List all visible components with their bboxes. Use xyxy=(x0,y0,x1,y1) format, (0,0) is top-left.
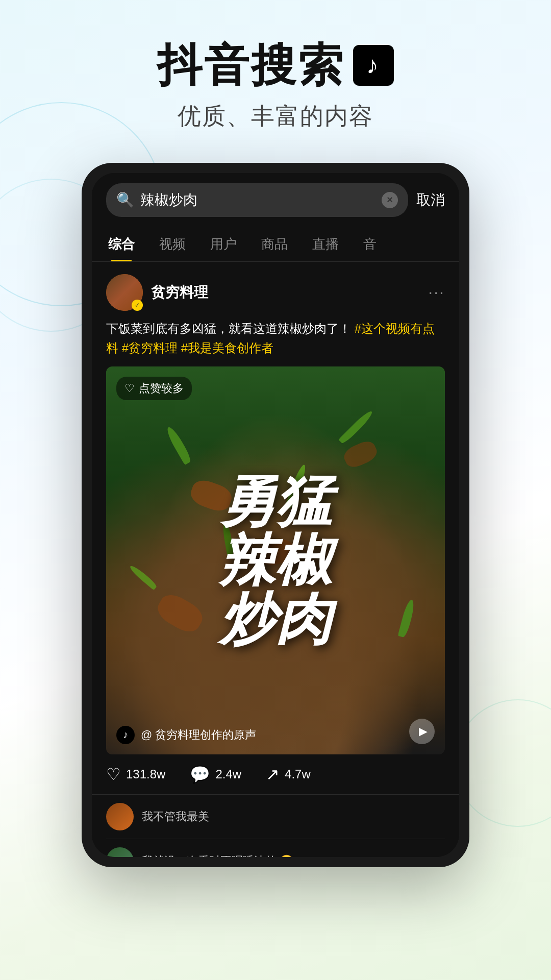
likes-badge: ♡ 点赞较多 xyxy=(116,377,192,400)
tab-用户[interactable]: 用户 xyxy=(208,227,239,261)
music-icon: ♪ xyxy=(123,729,128,741)
comment-content-2: 我就没一次看时不咽唾沫的 😋 xyxy=(142,852,415,857)
comments-stat[interactable]: 💬 2.4w xyxy=(190,765,241,784)
tab-音[interactable]: 音 xyxy=(361,227,379,261)
tiktok-logo: ♪ xyxy=(353,45,394,86)
likes-stat[interactable]: ♡ 131.8w xyxy=(106,765,165,784)
share-icon: ↗ xyxy=(266,765,280,784)
play-icon: ▶ xyxy=(419,725,428,738)
username[interactable]: 贫穷料理 xyxy=(151,283,208,302)
header-section: 抖音搜索 ♪ 优质、丰富的内容 xyxy=(157,41,394,132)
heart-small-icon: ♡ xyxy=(124,382,135,395)
comment-avatar-2 xyxy=(106,847,134,857)
comment-text-2: 我就没一次看时不咽唾沫的 😋 xyxy=(142,854,293,857)
likes-count: 131.8w xyxy=(126,767,165,781)
verified-badge: ✓ xyxy=(132,300,143,311)
more-options-button[interactable]: ··· xyxy=(428,283,445,302)
comment-avatar-1 xyxy=(106,803,134,830)
comment-item-2: 我就没一次看时不咽唾沫的 😋 1.2w xyxy=(106,839,445,857)
tiktok-note-icon: ♪ xyxy=(366,52,381,79)
comment-text-1: 我不管我最美 xyxy=(142,810,209,823)
cancel-search-button[interactable]: 取消 xyxy=(416,190,445,210)
avatar-wrapper: ✓ xyxy=(106,274,143,311)
comment-icon: 💬 xyxy=(190,765,210,784)
phone-mockup: 🔍 辣椒炒肉 × 取消 综合 视频 用户 商品 xyxy=(82,163,469,867)
engagement-bar: ♡ 131.8w 💬 2.4w ↗ 4.7w xyxy=(92,754,459,794)
search-input-wrapper[interactable]: 🔍 辣椒炒肉 × xyxy=(106,183,408,217)
phone-screen: 🔍 辣椒炒肉 × 取消 综合 视频 用户 商品 xyxy=(92,173,459,857)
user-info: ✓ 贫穷料理 ··· xyxy=(106,274,445,311)
clear-search-button[interactable]: × xyxy=(382,192,398,208)
audio-bar: ♪ @ 贫穷料理创作的原声 xyxy=(116,726,414,744)
search-query-text: 辣椒炒肉 xyxy=(140,190,375,210)
comment-stat-2: 1.2w xyxy=(423,855,445,857)
search-bar-container: 🔍 辣椒炒肉 × 取消 xyxy=(92,173,459,227)
shares-count: 4.7w xyxy=(285,767,311,781)
tab-商品[interactable]: 商品 xyxy=(259,227,290,261)
video-big-text: 勇猛 辣椒 炒肉 xyxy=(209,461,342,659)
tab-直播[interactable]: 直播 xyxy=(310,227,341,261)
comments-count: 2.4w xyxy=(215,767,241,781)
comments-section: 我不管我最美 我就没一次看时不咽唾沫的 😋 1.2w xyxy=(92,794,459,857)
tabs-container: 综合 视频 用户 商品 直播 音 xyxy=(92,227,459,262)
content-area: ✓ 贫穷料理 ··· 下饭菜到底有多凶猛，就看这道辣椒炒肉了！ #这个视频有点料… xyxy=(92,262,459,857)
verified-check-icon: ✓ xyxy=(135,302,140,309)
video-container[interactable]: 勇猛 辣椒 炒肉 ♡ 点赞较多 xyxy=(106,366,445,754)
heart-icon: ♡ xyxy=(106,765,121,784)
post-text: 下饭菜到底有多凶猛，就看这道辣椒炒肉了！ #这个视频有点料 #贫穷料理 #我是美… xyxy=(106,319,445,358)
shares-stat[interactable]: ↗ 4.7w xyxy=(266,765,311,784)
subtitle: 优质、丰富的内容 xyxy=(157,101,394,132)
audio-icon: ♪ xyxy=(116,726,135,744)
main-title: 抖音搜索 ♪ xyxy=(157,41,394,90)
comment-content-1: 我不管我最美 xyxy=(142,808,445,825)
likes-badge-text: 点赞较多 xyxy=(139,381,184,396)
page-container: 抖音搜索 ♪ 优质、丰富的内容 🔍 辣椒炒肉 × 取消 综合 xyxy=(0,0,551,867)
comment-item-1: 我不管我最美 xyxy=(106,795,445,839)
tab-视频[interactable]: 视频 xyxy=(157,227,188,261)
video-text-overlay: 勇猛 辣椒 炒肉 xyxy=(106,366,445,754)
audio-text: @ 贫穷料理创作的原声 xyxy=(141,727,256,743)
play-button[interactable]: ▶ xyxy=(409,719,435,744)
tab-综合[interactable]: 综合 xyxy=(106,227,137,261)
app-name: 抖音搜索 xyxy=(157,41,345,90)
search-icon: 🔍 xyxy=(116,191,134,208)
post-body-text: 下饭菜到底有多凶猛，就看这道辣椒炒肉了！ xyxy=(106,322,351,335)
post-card: ✓ 贫穷料理 ··· 下饭菜到底有多凶猛，就看这道辣椒炒肉了！ #这个视频有点料… xyxy=(92,262,459,754)
